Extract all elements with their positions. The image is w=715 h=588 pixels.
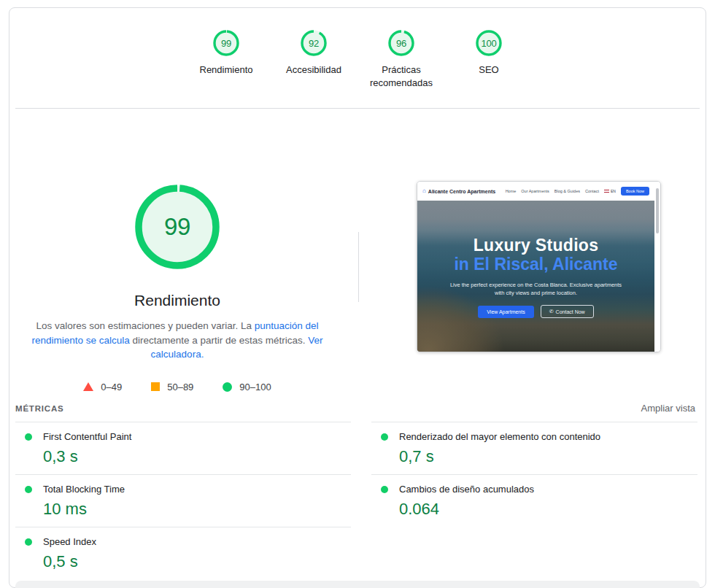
performance-main-score: 99 [134,184,220,270]
performance-description: Los valores son estimaciones y pueden va… [21,319,333,362]
thumb-nav-apartments: Our Apartments [521,189,549,193]
site-screenshot-thumbnail[interactable]: ⌂ Alicante Centro Apartments Home Our Ap… [417,181,661,352]
report-card: 99 Rendimiento 92 Accesibilidad 96 [9,7,706,588]
score-legend: 0–49 50–89 90–100 [9,382,345,392]
metric-name: Renderizado del mayor elemento con conte… [399,431,600,442]
seo-score: 100 [475,29,503,57]
metric-pass-icon [25,538,32,546]
metric-value: 0,7 s [399,447,697,466]
thumb-site-name: Alicante Centro Apartments [428,189,495,194]
metric-speed-index: Speed Index 0,5 s [15,527,351,579]
accessibility-gauge-icon: 92 [300,29,328,57]
average-range: 50–89 [167,382,193,392]
seo-label: SEO [479,63,498,77]
thumb-navbar: ⌂ Alicante Centro Apartments Home Our Ap… [417,182,654,201]
metric-value: 10 ms [43,500,351,519]
average-square-icon [151,382,160,391]
next-section-strip[interactable] [15,581,700,588]
metric-tbt: Total Blocking Time 10 ms [15,474,351,527]
pass-circle-icon [223,382,232,392]
fail-triangle-icon [83,382,93,391]
performance-gauge-icon: 99 [212,29,240,57]
metrics-section-title: MÉTRICAS [15,404,63,413]
legend-fail: 0–49 [83,382,122,392]
performance-title: Rendimiento [9,292,345,309]
accessibility-label: Accesibilidad [286,63,341,77]
hero-title-line2: in El Riscal, Alicante [454,255,617,274]
performance-summary: 99 Rendimiento Los valores son estimacio… [9,108,345,392]
metric-name: Total Blocking Time [43,484,125,495]
metric-pass-icon [381,433,388,441]
metric-value: 0,5 s [43,552,351,571]
phone-icon: ✆ [549,309,554,314]
description-text-1: Los valores son estimaciones y pueden va… [36,320,254,331]
performance-main-gauge-icon: 99 [134,184,220,270]
metric-name: Cambios de diseño acumulados [399,484,534,495]
vertical-divider [358,232,359,302]
thumb-nav-links: Home Our Apartments Blog & Guides Contac… [506,187,649,196]
metric-value: 0,3 s [43,447,351,466]
metric-name: First Contentful Paint [43,431,131,442]
best-practices-label: Prácticas recomendadas [360,63,442,90]
home-icon: ⌂ [422,188,426,194]
metric-name: Speed Index [43,536,96,547]
metric-value: 0.064 [399,500,697,519]
performance-label: Rendimiento [200,63,253,77]
metric-lcp: Renderizado del mayor elemento con conte… [371,422,697,474]
description-text-2: directamente a partir de estas métricas. [130,335,309,346]
thumb-logo: ⌂ Alicante Centro Apartments [422,188,495,194]
contact-now-button: ✆Contact Now [541,305,594,318]
metric-pass-icon [25,486,32,493]
thumb-hero-image: Luxury Studios in El Riscal, Alicante Li… [417,201,654,352]
accessibility-score: 92 [300,29,328,57]
expand-view-link[interactable]: Ampliar vista [641,403,695,414]
pass-range: 90–100 [239,382,271,392]
performance-score: 99 [212,29,240,57]
gauge-seo[interactable]: 100 SEO [445,29,533,90]
hero-buttons: View Apartments ✆Contact Now [478,305,593,318]
scrollbar-thumb[interactable] [656,188,659,233]
metrics-header: MÉTRICAS Ampliar vista [15,403,695,414]
view-apartments-button: View Apartments [478,306,533,318]
thumbnail-scrollbar[interactable] [654,182,660,352]
thumb-nav-home: Home [506,189,517,193]
thumb-hero-content: Luxury Studios in El Riscal, Alicante Li… [417,201,654,352]
best-practices-gauge-icon: 96 [387,29,415,57]
metric-pass-icon [381,486,388,493]
lang-code: EN [611,189,616,193]
seo-gauge-icon: 100 [475,29,503,57]
metric-pass-icon [25,433,32,441]
gauge-performance[interactable]: 99 Rendimiento [182,29,270,90]
best-practices-score: 96 [387,29,415,57]
flag-icon [604,190,609,193]
legend-average: 50–89 [151,382,193,392]
hero-title-line1: Luxury Studios [474,236,599,255]
fail-range: 0–49 [101,382,122,392]
thumbnail-content: ⌂ Alicante Centro Apartments Home Our Ap… [417,182,654,352]
metric-fcp: First Contentful Paint 0,3 s [15,422,351,474]
gauge-best-practices[interactable]: 96 Prácticas recomendadas [358,29,445,90]
language-switcher: EN [604,189,616,193]
metrics-column-right: Renderizado del mayor elemento con conte… [371,422,697,527]
legend-pass: 90–100 [223,382,271,392]
metric-cls: Cambios de diseño acumulados 0.064 [371,474,697,527]
gauge-accessibility[interactable]: 92 Accesibilidad [270,29,358,90]
thumb-nav-contact: Contact [585,189,599,193]
thumb-nav-blog: Blog & Guides [554,189,580,193]
book-now-button: Book Now [621,187,649,196]
metrics-column-left: First Contentful Paint 0,3 s Total Block… [15,422,351,579]
score-gauges-row: 99 Rendimiento 92 Accesibilidad 96 [9,29,706,90]
hero-subtitle: Live the perfect experience on the Costa… [445,281,627,297]
